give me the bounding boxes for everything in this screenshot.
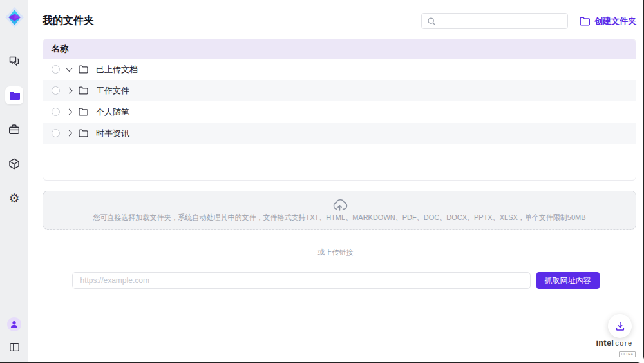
chevron-icon[interactable] (66, 88, 73, 94)
sidebar-nav: ⚙ (5, 52, 23, 207)
sidebar-item-workspace[interactable] (5, 121, 23, 139)
search-box[interactable] (421, 13, 568, 29)
folder-icon (9, 91, 20, 101)
chevron-icon[interactable] (66, 109, 73, 115)
upload-dropzone[interactable]: 您可直接选择加载文件夹，系统自动处理其中的文件，文件格式支持TXT、HTML、M… (43, 191, 636, 230)
ultra-badge: ultra (619, 351, 636, 357)
sidebar-item-settings[interactable]: ⚙ (5, 189, 23, 207)
briefcase-icon (8, 123, 21, 136)
sidebar-item-folders[interactable] (5, 86, 23, 104)
cloud-upload-icon (332, 198, 348, 211)
row-checkbox[interactable] (52, 86, 60, 95)
folder-name: 工作文件 (96, 85, 129, 97)
avatar-icon (10, 320, 19, 329)
row-checkbox[interactable] (52, 65, 60, 74)
page-title: 我的文件夹 (43, 14, 94, 28)
folder-row[interactable]: 已上传文档 (43, 59, 636, 80)
folder-plus-icon (580, 17, 590, 26)
row-checkbox[interactable] (52, 129, 60, 137)
folder-name: 已上传文档 (96, 64, 138, 75)
url-input[interactable] (72, 272, 531, 289)
fetch-url-button[interactable]: 抓取网址内容 (536, 272, 600, 289)
url-upload-row: 抓取网址内容 (28, 272, 643, 289)
sidebar-item-chat[interactable] (5, 52, 23, 70)
search-input[interactable] (440, 17, 562, 26)
app-logo[interactable] (5, 6, 24, 28)
intel-core-logo: intel core ultra (592, 338, 637, 357)
gear-icon: ⚙ (8, 192, 19, 204)
app-window: ⚙ (0, 0, 644, 363)
folder-icon (79, 65, 88, 74)
main-area: 我的文件夹 创建文件夹 (28, 0, 643, 362)
or-upload-link-label: 或上传链接 (28, 248, 643, 257)
folder-table-body: 已上传文档 工作文件 个人随笔 时事资讯 (43, 59, 636, 144)
folder-table: 名称 已上传文档 工作文件 个人随笔 (43, 39, 636, 181)
intel-wordmark: intel (596, 338, 614, 347)
sidebar: ⚙ (0, 0, 28, 362)
cube-icon (8, 157, 21, 170)
create-folder-button[interactable]: 创建文件夹 (580, 15, 636, 27)
chevron-icon[interactable] (66, 130, 73, 137)
sidebar-item-models[interactable] (5, 155, 23, 173)
row-checkbox[interactable] (52, 108, 60, 116)
folder-name: 个人随笔 (96, 106, 129, 118)
chat-bubbles-icon (8, 55, 21, 68)
collapse-sidebar-button[interactable] (7, 340, 21, 354)
create-folder-label: 创建文件夹 (594, 15, 636, 27)
folder-icon (79, 129, 88, 137)
download-icon (614, 320, 626, 332)
folder-name: 时事资讯 (96, 128, 129, 139)
folder-row[interactable]: 时事资讯 (43, 123, 636, 144)
account-button[interactable] (7, 317, 21, 331)
upload-hint: 您可直接选择加载文件夹，系统自动处理其中的文件，文件格式支持TXT、HTML、M… (93, 213, 585, 222)
table-header: 名称 (43, 39, 636, 59)
folder-row[interactable]: 工作文件 (43, 80, 636, 101)
core-wordmark: core (615, 340, 632, 347)
sidebar-bottom (7, 317, 21, 354)
folder-icon (79, 108, 88, 116)
name-column-header: 名称 (52, 43, 68, 55)
download-fab[interactable] (608, 314, 632, 338)
layout-panel-icon (8, 341, 21, 353)
chevron-icon[interactable] (66, 65, 73, 72)
search-icon (427, 17, 436, 26)
topbar: 我的文件夹 创建文件夹 (43, 13, 636, 29)
folder-icon (79, 86, 88, 95)
folder-row[interactable]: 个人随笔 (43, 101, 636, 123)
